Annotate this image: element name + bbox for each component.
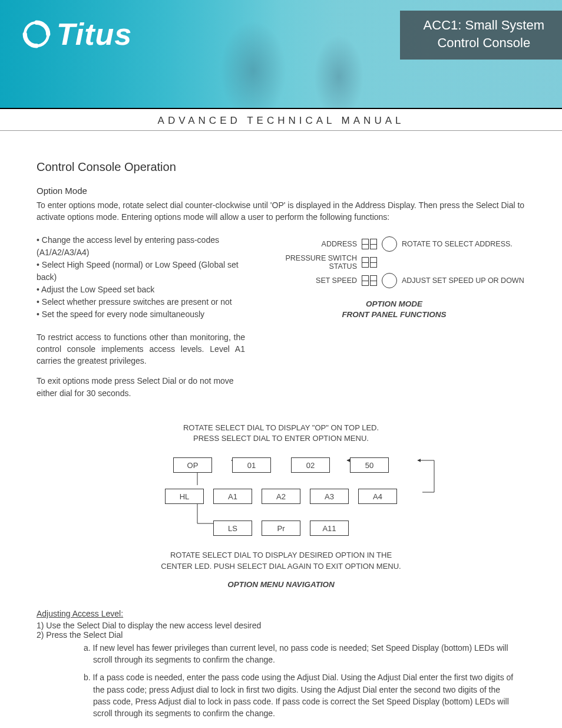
brand-logo: Titus [21,17,132,52]
bullet-list: Change the access level by entering pass… [37,234,245,321]
doc-title-line1: ACC1: Small System [424,17,544,34]
swirl-icon [21,19,52,50]
led-display-icon [362,275,377,286]
panel-label-rotate: ROTATE TO SELECT ADDRESS. [402,240,525,248]
access-level-section: Adjusting Access Level: 1) Use the Selec… [37,609,525,720]
hero-banner: Titus ACC1: Small System Control Console [0,0,562,109]
bullet-item: Adjust the Low Speed set back [37,284,245,296]
access-substep-b: b. If a pass code is needed, enter the p… [84,671,520,719]
panel-label-setspeed: SET SPEED [263,276,357,285]
menu-cell: HL [165,489,204,504]
intro-paragraph: To enter options mode, rotate select dia… [37,199,525,223]
access-substep-a: a. If new level has fewer privileges tha… [84,642,520,666]
access-levels-paragraph: To restrict access to functions other th… [37,331,245,367]
access-heading: Adjusting Access Level: [37,609,123,618]
option-menu-diagram: ROTATE SELECT DIAL TO DISPLAY "OP" ON TO… [92,423,470,589]
led-display-icon [362,257,377,268]
menu-cell: A11 [310,521,349,536]
menu-cell: OP [173,457,212,473]
access-step-1: 1) Use the Select Dial to display the ne… [37,621,525,630]
menu-hint-line2: PRESS SELECT DIAL TO ENTER OPTION MENU. [92,433,470,444]
menu-hint-line1: ROTATE SELECT DIAL TO DISPLAY "OP" ON TO… [92,423,470,433]
bullet-item: Select whether pressure switches are pre… [37,296,245,308]
menu-caption-l1: ROTATE SELECT DIAL TO DISPLAY DESIRED OP… [92,550,470,561]
menu-cell: A2 [262,489,300,504]
panel-label-address: ADDRESS [263,240,357,248]
panel-title-l2: FRONT PANEL FUNCTIONS [263,309,525,321]
exit-paragraph: To exit options mode press Select Dial o… [37,375,245,399]
menu-cell: Pr [262,521,300,536]
menu-caption-l2: CENTER LED. PUSH SELECT DIAL AGAIN TO EX… [92,561,470,572]
page-content: Control Console Operation Option Mode To… [0,131,562,728]
panel-label-adjust: ADJUST SET SPEED UP OR DOWN [402,276,525,285]
menu-cell: 50 [350,457,389,473]
bullet-item: Change the access level by entering pass… [37,234,245,259]
menu-cell: 01 [232,457,271,473]
led-display-icon [362,239,377,249]
bullet-item: Select High Speed (normal) or Low Speed … [37,259,245,284]
menu-cell: A1 [213,489,252,504]
select-dial-icon [382,236,397,252]
front-panel-diagram: ADDRESS ROTATE TO SELECT ADDRESS. PRESSU… [263,236,525,321]
menu-cell: A4 [358,489,397,504]
panel-title-l1: OPTION MODE [263,299,525,310]
menu-cell: LS [213,521,252,536]
adjust-dial-icon [382,273,397,288]
brand-name: Titus [57,17,132,52]
manual-bar: ADVANCED TECHNICAL MANUAL [0,109,562,131]
menu-cell: 02 [291,457,330,473]
menu-cell: A3 [310,489,349,504]
access-step-2: 2) Press the Select Dial [37,630,525,640]
bullet-item: Set the speed for every node simultaneou… [37,308,245,321]
section-heading: Control Console Operation [37,160,525,174]
doc-title-line2: Control Console [424,34,544,52]
subheading-option-mode: Option Mode [37,186,525,196]
panel-label-pressure: PRESSURE SWITCH STATUS [263,254,357,271]
document-title-box: ACC1: Small System Control Console [400,11,562,60]
menu-diagram-title: OPTION MENU NAVIGATION [92,580,470,589]
